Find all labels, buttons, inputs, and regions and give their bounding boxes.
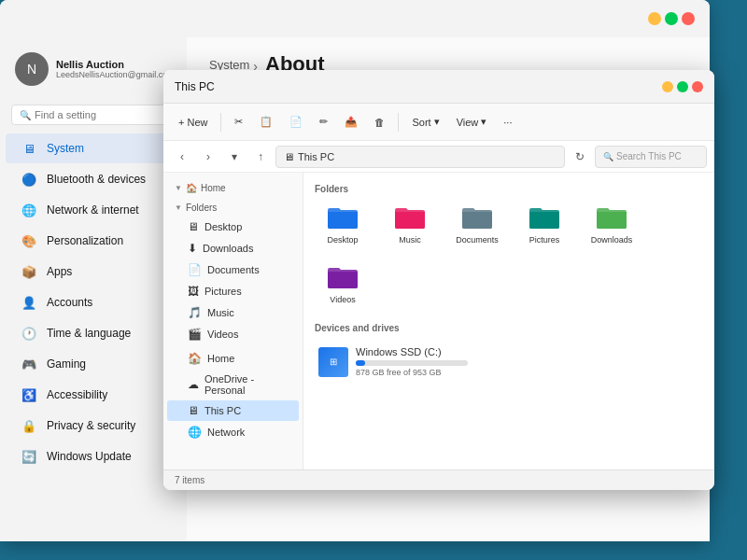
folder-name-documents: Documents — [456, 235, 499, 245]
settings-sidebar: N Nellis Auction LeedsNellisAuction@gmai… — [0, 37, 187, 541]
folder-name-pictures: Pictures — [529, 235, 560, 245]
sort-button[interactable]: Sort ▾ — [404, 112, 446, 132]
drive-item[interactable]: ⊞ Windows SSD (C:) 878 GB free of 953 GB — [315, 341, 703, 383]
explorer-minimize-button[interactable] — [662, 81, 673, 92]
sidebar-item-label-time: Time & language — [47, 327, 131, 340]
address-bar[interactable]: 🖥 This PC — [275, 146, 565, 168]
sidebar-item-label-accounts: Accounts — [47, 296, 92, 309]
sidebar-item-time[interactable]: 🕐 Time & language — [6, 318, 181, 348]
explorer-nav-label-desktop: Desktop — [204, 221, 242, 232]
sidebar-item-update[interactable]: 🔄 Windows Update — [6, 441, 181, 471]
rename-button[interactable]: ✏ — [312, 112, 335, 132]
folder-name-desktop: Desktop — [327, 235, 358, 245]
music-nav-icon: 🎵 — [188, 306, 202, 319]
status-bar: 7 items — [163, 469, 714, 490]
folder-desktop[interactable]: Desktop — [315, 200, 371, 248]
forward-button[interactable]: › — [197, 146, 219, 168]
view-button[interactable]: View ▾ — [449, 112, 495, 132]
share-button[interactable]: 📤 — [337, 112, 365, 132]
folder-music[interactable]: Music — [382, 200, 438, 248]
sidebar-item-label-privacy: Privacy & security — [47, 419, 135, 432]
explorer-titlebar: This PC — [163, 70, 714, 104]
folder-downloads[interactable]: Downloads — [584, 200, 640, 248]
home-section-header[interactable]: 🏠 Home — [163, 180, 303, 196]
sidebar-item-bluetooth[interactable]: 🔵 Bluetooth & devices — [6, 164, 181, 194]
accounts-icon: 👤 — [21, 294, 37, 311]
home-section: 🏠 Home — [163, 180, 303, 196]
close-button[interactable] — [682, 12, 695, 25]
explorer-close-button[interactable] — [692, 81, 703, 92]
explorer-nav-label-documents: Documents — [207, 264, 260, 275]
explorer-body: 🏠 Home Folders 🖥 Desktop ⬇ Downloads 📄 D… — [163, 173, 714, 469]
explorer-toolbar: + New ✂ 📋 📄 ✏ 📤 🗑 Sort ▾ View ▾ — [163, 104, 714, 141]
user-profile: N Nellis Auction LeedsNellisAuction@gmai… — [0, 45, 187, 93]
explorer-nav-videos[interactable]: 🎬 Videos — [167, 324, 299, 344]
sidebar-item-network[interactable]: 🌐 Network & internet — [6, 195, 181, 225]
explorer-nav-pictures[interactable]: 🖼 Pictures — [167, 281, 299, 301]
explorer-nav-documents[interactable]: 📄 Documents — [167, 259, 299, 280]
copy-icon: 📋 — [260, 116, 273, 128]
delete-button[interactable]: 🗑 — [367, 113, 392, 132]
drive-space: 878 GB free of 953 GB — [356, 368, 699, 377]
paste-button[interactable]: 📄 — [282, 112, 310, 132]
folder-icon-videos — [326, 263, 359, 291]
sidebar-item-accessibility[interactable]: ♿ Accessibility — [6, 380, 181, 410]
folder-icon-music — [393, 203, 427, 231]
folder-documents[interactable]: Documents — [449, 200, 505, 248]
settings-search-input[interactable] — [35, 109, 167, 120]
explorer-nav-desktop[interactable]: 🖥 Desktop — [167, 217, 299, 237]
explorer-title: This PC — [175, 80, 215, 93]
windows-icon: ⊞ — [330, 357, 337, 367]
sidebar-home-item[interactable]: 🏠 Home — [167, 348, 299, 369]
this-pc-icon: 🖥 — [284, 151, 294, 162]
sidebar-item-apps[interactable]: 📦 Apps — [6, 257, 181, 287]
copy-button[interactable]: 📋 — [252, 112, 280, 132]
maximize-button[interactable] — [665, 12, 678, 25]
sidebar-item-system[interactable]: 🖥 System — [6, 133, 181, 163]
sidebar-item-accounts[interactable]: 👤 Accounts — [6, 287, 181, 317]
privacy-icon: 🔒 — [21, 417, 37, 434]
folder-videos[interactable]: Videos — [315, 259, 371, 308]
back-button[interactable]: ‹ — [171, 146, 193, 168]
sidebar-thispc-item[interactable]: 🖥 This PC — [167, 400, 299, 421]
sidebar-item-label-personalization: Personalization — [47, 234, 123, 247]
explorer-window: This PC + New ✂ 📋 📄 ✏ 📤 🗑 — [163, 70, 714, 490]
bluetooth-icon: 🔵 — [21, 171, 37, 188]
sidebar-item-personalization[interactable]: 🎨 Personalization — [6, 226, 181, 256]
explorer-sidebar: 🏠 Home Folders 🖥 Desktop ⬇ Downloads 📄 D… — [163, 173, 303, 469]
refresh-button[interactable]: ↻ — [569, 146, 591, 168]
sidebar-item-label-accessibility: Accessibility — [47, 388, 107, 401]
folders-section-header[interactable]: Folders — [163, 200, 303, 216]
explorer-nav-music[interactable]: 🎵 Music — [167, 302, 299, 323]
more-options-button[interactable]: ··· — [496, 113, 519, 132]
settings-search-box[interactable]: 🔍 — [11, 105, 176, 125]
network-icon: 🌐 — [188, 426, 202, 439]
back-icon: ‹ — [180, 150, 184, 163]
sort-chevron-icon: ▾ — [434, 116, 440, 128]
minimize-button[interactable] — [648, 12, 661, 25]
rename-icon: ✏ — [319, 116, 328, 128]
explorer-search-bar[interactable]: 🔍 Search This PC — [595, 146, 707, 168]
sidebar-item-label-gaming: Gaming — [47, 357, 86, 371]
drive-icon: ⊞ — [318, 347, 348, 377]
paste-icon: 📄 — [289, 116, 303, 128]
devices-section: ⊞ Windows SSD (C:) 878 GB free of 953 GB — [315, 341, 703, 383]
folder-pictures[interactable]: Pictures — [516, 200, 572, 248]
explorer-nav-downloads[interactable]: ⬇ Downloads — [167, 238, 299, 259]
up-button[interactable]: ↑ — [249, 146, 272, 168]
gaming-icon: 🎮 — [21, 356, 37, 372]
dropdown-button[interactable]: ▾ — [223, 146, 246, 168]
avatar: N — [15, 52, 49, 86]
sidebar-network-item[interactable]: 🌐 Network — [167, 422, 299, 442]
sidebar-item-label-network: Network & internet — [47, 203, 139, 217]
sidebar-item-privacy[interactable]: 🔒 Privacy & security — [6, 411, 181, 441]
cut-button[interactable]: ✂ — [227, 112, 250, 132]
new-button[interactable]: + New — [171, 113, 215, 132]
sidebar-item-label-update: Windows Update — [47, 450, 132, 463]
sidebar-onedrive-item[interactable]: ☁ OneDrive - Personal — [167, 370, 299, 399]
sidebar-item-gaming[interactable]: 🎮 Gaming — [6, 349, 181, 379]
items-count: 7 items — [175, 475, 204, 485]
refresh-icon: ↻ — [575, 150, 585, 163]
folder-name-videos: Videos — [330, 295, 355, 304]
explorer-maximize-button[interactable] — [677, 81, 688, 92]
